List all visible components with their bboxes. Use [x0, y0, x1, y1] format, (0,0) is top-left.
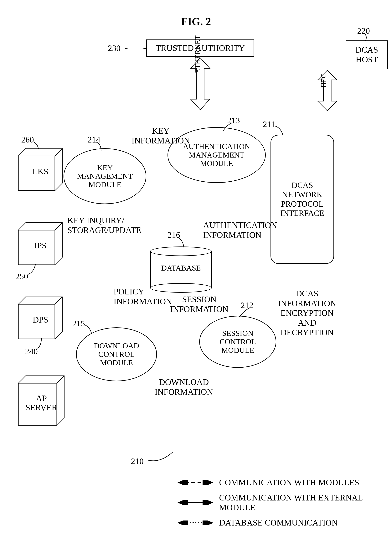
dps-cube: DPS [18, 296, 63, 339]
ref-215: 215 [72, 319, 85, 329]
ethernet-label: ETHERNET [194, 35, 202, 73]
legend-3-text: DATABASE COMMUNICATION [219, 518, 338, 528]
leader-260 [33, 141, 41, 149]
key-info-label: KEY INFORMATION [129, 126, 193, 146]
key-mgmt-label: KEY MANAGEMENT MODULE [77, 163, 133, 189]
ref-210: 210 [131, 456, 144, 466]
download-ctrl-label: DOWNLOAD CONTROL MODULE [94, 342, 139, 367]
leader-212 [239, 308, 250, 318]
ref-260: 260 [21, 135, 34, 145]
leader-213 [223, 123, 233, 131]
lks-label: LKS [32, 167, 48, 176]
ap-server-label: AP SERVER [25, 394, 57, 412]
dcas-host-box: DCAS HOST [346, 40, 388, 69]
leader-214 [96, 142, 104, 151]
ref-240: 240 [25, 347, 38, 356]
dcas-npi-box: DCAS NETWORK PROTOCOL INTERFACE [271, 135, 334, 264]
dcas-npi-label: DCAS NETWORK PROTOCOL INTERFACE [280, 181, 324, 218]
download-ctrl-ellipse: DOWNLOAD CONTROL MODULE [76, 327, 157, 381]
dcas-enc-label: DCAS INFORMATION ENCRYPTION AND DECRYPTI… [273, 289, 341, 338]
lks-cube: LKS [18, 148, 63, 191]
dps-label: DPS [33, 315, 48, 324]
legend: COMMUNICATION WITH MODULES COMMUNICATION… [177, 478, 392, 533]
database-cylinder: DATABASE [150, 251, 212, 288]
legend-2-text: COMMUNICATION WITH EXTERNAL MODULE [219, 493, 392, 512]
legend-1-text: COMMUNICATION WITH MODULES [219, 478, 359, 487]
hfc-label: HFC [320, 73, 328, 88]
ap-server-cube: AP SERVER [18, 375, 64, 426]
ref-230: 230 [108, 43, 120, 53]
dcas-host-label: DCAS HOST [355, 45, 378, 64]
leader-220 [362, 34, 368, 41]
ips-label: IPS [34, 241, 47, 250]
leader-230 [125, 48, 146, 49]
key-mgmt-ellipse: KEY MANAGEMENT MODULE [63, 148, 146, 204]
leader-211 [275, 126, 285, 136]
key-inquiry-label: KEY INQUIRY/ STORAGE/UPDATE [67, 216, 150, 235]
leader-210 [148, 451, 173, 463]
session-ctrl-ellipse: SESSION CONTROL MODULE [199, 316, 276, 368]
download-info-label: DOWNLOAD INFORMATION [148, 377, 219, 397]
leader-240 [37, 338, 44, 350]
auth-mgmt-label: AUTHENTICATION MANAGEMENT MODULE [183, 142, 250, 168]
legend-row-modules: COMMUNICATION WITH MODULES [177, 478, 392, 487]
database-arrows [0, 0, 58, 29]
leader-215 [84, 324, 93, 333]
diagram-canvas: FIG. 2 TRUSTED AUTHORITY 230 210 ETHERNE… [0, 0, 392, 549]
session-info-label: SESSION INFORMATION [168, 295, 231, 314]
ref-250: 250 [15, 272, 28, 281]
figure-title: FIG. 2 [181, 15, 211, 28]
leader-250 [28, 264, 38, 275]
legend-row-database: DATABASE COMMUNICATION [177, 518, 392, 528]
ref-211: 211 [263, 120, 275, 129]
database-label: DATABASE [161, 263, 201, 272]
session-ctrl-label: SESSION CONTROL MODULE [220, 329, 256, 354]
leader-216 [177, 237, 187, 247]
legend-row-external: COMMUNICATION WITH EXTERNAL MODULE [177, 493, 392, 512]
ips-cube: IPS [18, 222, 63, 265]
auth-info-label: AUTHENTICATION INFORMATION [203, 220, 278, 240]
